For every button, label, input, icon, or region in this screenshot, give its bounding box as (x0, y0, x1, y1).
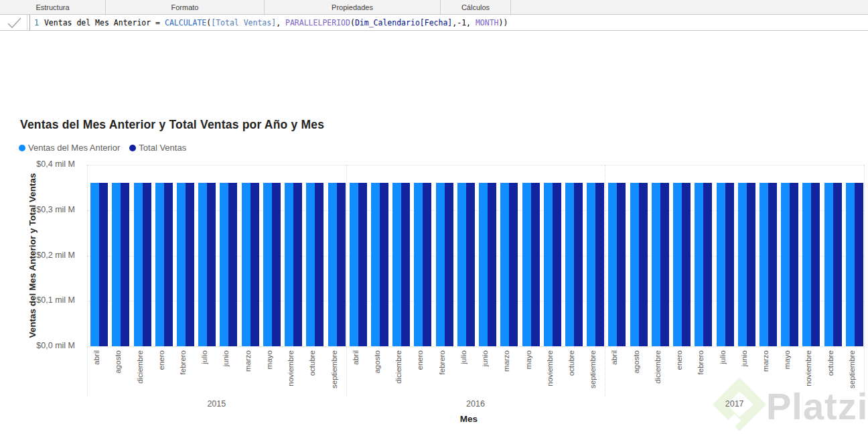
bar-total-ventas[interactable] (250, 183, 259, 346)
formula-line-number: 1 (30, 18, 44, 27)
bar-total-ventas[interactable] (703, 183, 712, 346)
bar-ventas-mes-anterior[interactable] (90, 183, 99, 346)
bar-ventas-mes-anterior[interactable] (134, 183, 143, 346)
bar-ventas-mes-anterior[interactable] (544, 183, 553, 346)
bar-total-ventas[interactable] (811, 183, 820, 346)
bar-total-ventas[interactable] (833, 183, 842, 346)
month-label: abril (352, 350, 360, 365)
tab-estructura[interactable]: Estructura (0, 0, 106, 15)
tab-propiedades[interactable]: Propiedades (265, 0, 441, 15)
bar-total-ventas[interactable] (660, 183, 669, 346)
bar-ventas-mes-anterior[interactable] (392, 183, 401, 346)
bar-total-ventas[interactable] (186, 183, 194, 346)
bar-total-ventas[interactable] (531, 183, 540, 346)
bar-ventas-mes-anterior[interactable] (608, 183, 617, 346)
bar-total-ventas[interactable] (553, 183, 561, 346)
bar-ventas-mes-anterior[interactable] (112, 183, 121, 346)
bar-total-ventas[interactable] (272, 183, 281, 346)
bar-ventas-mes-anterior[interactable] (500, 183, 509, 346)
legend-dot-icon (19, 145, 25, 151)
legend-item-ventas-mes-anterior[interactable]: Ventas del Mes Anterior (19, 143, 120, 153)
month-label: enero (675, 350, 683, 370)
bar-ventas-mes-anterior[interactable] (198, 183, 207, 346)
bar-total-ventas[interactable] (99, 183, 108, 346)
bar-ventas-mes-anterior[interactable] (479, 183, 488, 346)
formula-input[interactable]: 1 Ventas del Mes Anterior = CALCULATE([T… (29, 15, 868, 31)
bar-total-ventas[interactable] (423, 183, 431, 346)
bar-ventas-mes-anterior[interactable] (414, 183, 423, 346)
month-label: octubre (826, 350, 835, 376)
bar-total-ventas[interactable] (466, 183, 475, 346)
year-label: 2015 (190, 399, 243, 409)
bar-ventas-mes-anterior[interactable] (177, 183, 186, 346)
bar-ventas-mes-anterior[interactable] (760, 183, 768, 346)
bar-total-ventas[interactable] (488, 183, 496, 346)
formula-bar: 1 Ventas del Mes Anterior = CALCULATE([T… (0, 15, 868, 31)
bar-ventas-mes-anterior[interactable] (306, 183, 315, 346)
bar-total-ventas[interactable] (682, 183, 691, 346)
dax-formula-text: Ventas del Mes Anterior = CALCULATE([Tot… (44, 18, 508, 27)
month-label: mayo (783, 350, 791, 369)
year-separator-line (346, 165, 347, 396)
bar-total-ventas[interactable] (337, 183, 346, 346)
bar-ventas-mes-anterior[interactable] (802, 183, 811, 346)
bar-ventas-mes-anterior[interactable] (630, 183, 639, 346)
bar-ventas-mes-anterior[interactable] (155, 183, 164, 346)
bar-ventas-mes-anterior[interactable] (285, 183, 293, 346)
bar-total-ventas[interactable] (509, 183, 518, 346)
bar-total-ventas[interactable] (121, 183, 129, 346)
tab-formato[interactable]: Formato (106, 0, 265, 15)
formula-bar-divider (27, 15, 27, 31)
bar-ventas-mes-anterior[interactable] (522, 183, 531, 346)
bar-total-ventas[interactable] (768, 183, 777, 346)
bar-total-ventas[interactable] (380, 183, 388, 346)
bar-ventas-mes-anterior[interactable] (673, 183, 682, 346)
ribbon-tab-bar: Estructura Formato Propiedades Cálculos (0, 0, 868, 15)
month-label: marzo (762, 350, 770, 372)
bar-ventas-mes-anterior[interactable] (457, 183, 466, 346)
bar-total-ventas[interactable] (790, 183, 798, 346)
bar-ventas-mes-anterior[interactable] (328, 183, 337, 346)
bar-total-ventas[interactable] (855, 183, 863, 346)
bar-total-ventas[interactable] (358, 183, 367, 346)
bar-total-ventas[interactable] (445, 183, 453, 346)
chart-legend: Ventas del Mes Anterior Total Ventas (19, 143, 186, 153)
month-label: noviembre (287, 350, 295, 386)
legend-label: Total Ventas (139, 143, 186, 153)
bar-ventas-mes-anterior[interactable] (695, 183, 703, 346)
bar-total-ventas[interactable] (228, 183, 237, 346)
bar-ventas-mes-anterior[interactable] (652, 183, 660, 346)
bar-ventas-mes-anterior[interactable] (587, 183, 595, 346)
commit-checkmark-icon[interactable] (5, 16, 23, 29)
platzi-logo-icon (710, 375, 769, 434)
bar-total-ventas[interactable] (574, 183, 583, 346)
bar-total-ventas[interactable] (315, 183, 323, 346)
bar-total-ventas[interactable] (143, 183, 151, 346)
bar-total-ventas[interactable] (747, 183, 755, 346)
bar-total-ventas[interactable] (293, 183, 302, 346)
bar-total-ventas[interactable] (725, 183, 734, 346)
bar-total-ventas[interactable] (164, 183, 173, 346)
dax-token: Ventas del Mes Anterior = (44, 18, 165, 27)
bar-total-ventas[interactable] (207, 183, 216, 346)
bar-ventas-mes-anterior[interactable] (717, 183, 725, 346)
bar-ventas-mes-anterior[interactable] (565, 183, 574, 346)
bar-total-ventas[interactable] (401, 183, 410, 346)
bar-ventas-mes-anterior[interactable] (781, 183, 790, 346)
bar-ventas-mes-anterior[interactable] (371, 183, 380, 346)
bar-ventas-mes-anterior[interactable] (436, 183, 445, 346)
bar-ventas-mes-anterior[interactable] (846, 183, 855, 346)
bar-ventas-mes-anterior[interactable] (350, 183, 358, 346)
bar-total-ventas[interactable] (617, 183, 626, 346)
dax-token: PARALLELPERIOD (285, 18, 350, 27)
bar-ventas-mes-anterior[interactable] (738, 183, 747, 346)
bar-total-ventas[interactable] (639, 183, 648, 346)
bar-ventas-mes-anterior[interactable] (242, 183, 250, 346)
bar-chart-plot-area: $0,0 mil M$0,1 mil M$0,2 mil M$0,3 mil M… (0, 0, 868, 434)
bar-ventas-mes-anterior[interactable] (824, 183, 833, 346)
legend-item-total-ventas[interactable]: Total Ventas (129, 143, 186, 153)
bar-ventas-mes-anterior[interactable] (220, 183, 228, 346)
bar-ventas-mes-anterior[interactable] (263, 183, 272, 346)
tab-calculos[interactable]: Cálculos (441, 0, 511, 15)
bar-total-ventas[interactable] (595, 183, 604, 346)
